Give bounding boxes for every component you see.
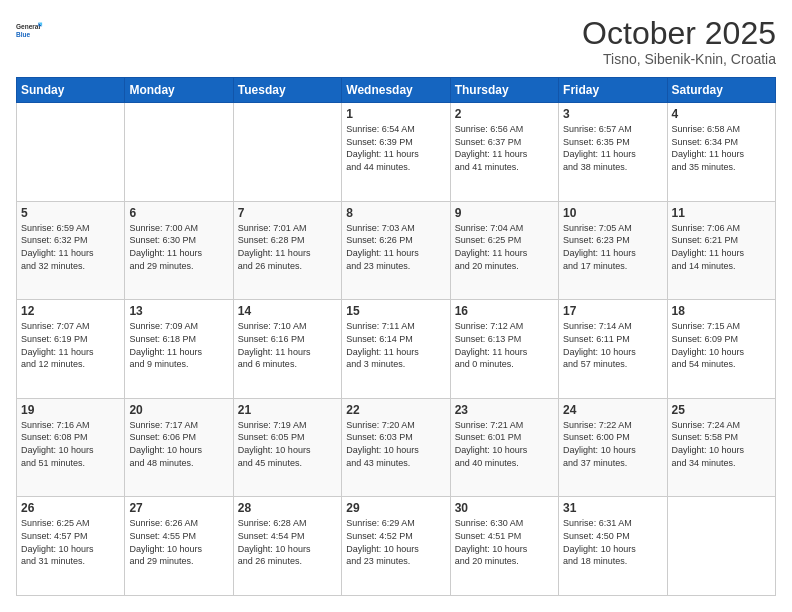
svg-text:General: General bbox=[16, 23, 40, 30]
day-number: 30 bbox=[455, 501, 554, 515]
day-info: Sunrise: 7:10 AM Sunset: 6:16 PM Dayligh… bbox=[238, 320, 337, 370]
col-monday: Monday bbox=[125, 78, 233, 103]
day-number: 10 bbox=[563, 206, 662, 220]
col-saturday: Saturday bbox=[667, 78, 775, 103]
day-number: 9 bbox=[455, 206, 554, 220]
day-number: 24 bbox=[563, 403, 662, 417]
day-number: 27 bbox=[129, 501, 228, 515]
calendar-cell bbox=[233, 103, 341, 202]
day-info: Sunrise: 7:14 AM Sunset: 6:11 PM Dayligh… bbox=[563, 320, 662, 370]
calendar-cell: 1Sunrise: 6:54 AM Sunset: 6:39 PM Daylig… bbox=[342, 103, 450, 202]
calendar-cell: 14Sunrise: 7:10 AM Sunset: 6:16 PM Dayli… bbox=[233, 300, 341, 399]
day-number: 6 bbox=[129, 206, 228, 220]
calendar-cell: 7Sunrise: 7:01 AM Sunset: 6:28 PM Daylig… bbox=[233, 201, 341, 300]
calendar-cell: 27Sunrise: 6:26 AM Sunset: 4:55 PM Dayli… bbox=[125, 497, 233, 596]
calendar-cell: 2Sunrise: 6:56 AM Sunset: 6:37 PM Daylig… bbox=[450, 103, 558, 202]
calendar-cell: 11Sunrise: 7:06 AM Sunset: 6:21 PM Dayli… bbox=[667, 201, 775, 300]
day-number: 22 bbox=[346, 403, 445, 417]
calendar-cell: 5Sunrise: 6:59 AM Sunset: 6:32 PM Daylig… bbox=[17, 201, 125, 300]
day-number: 12 bbox=[21, 304, 120, 318]
day-info: Sunrise: 7:17 AM Sunset: 6:06 PM Dayligh… bbox=[129, 419, 228, 469]
calendar-cell: 4Sunrise: 6:58 AM Sunset: 6:34 PM Daylig… bbox=[667, 103, 775, 202]
day-number: 23 bbox=[455, 403, 554, 417]
svg-text:Blue: Blue bbox=[16, 31, 30, 38]
calendar-header-row: Sunday Monday Tuesday Wednesday Thursday… bbox=[17, 78, 776, 103]
day-info: Sunrise: 6:59 AM Sunset: 6:32 PM Dayligh… bbox=[21, 222, 120, 272]
day-number: 20 bbox=[129, 403, 228, 417]
day-info: Sunrise: 6:58 AM Sunset: 6:34 PM Dayligh… bbox=[672, 123, 771, 173]
calendar-cell: 12Sunrise: 7:07 AM Sunset: 6:19 PM Dayli… bbox=[17, 300, 125, 399]
calendar-cell: 16Sunrise: 7:12 AM Sunset: 6:13 PM Dayli… bbox=[450, 300, 558, 399]
day-number: 15 bbox=[346, 304, 445, 318]
day-info: Sunrise: 7:12 AM Sunset: 6:13 PM Dayligh… bbox=[455, 320, 554, 370]
calendar-cell: 13Sunrise: 7:09 AM Sunset: 6:18 PM Dayli… bbox=[125, 300, 233, 399]
calendar-week-3: 19Sunrise: 7:16 AM Sunset: 6:08 PM Dayli… bbox=[17, 398, 776, 497]
calendar-cell: 29Sunrise: 6:29 AM Sunset: 4:52 PM Dayli… bbox=[342, 497, 450, 596]
col-tuesday: Tuesday bbox=[233, 78, 341, 103]
day-info: Sunrise: 6:30 AM Sunset: 4:51 PM Dayligh… bbox=[455, 517, 554, 567]
calendar-week-4: 26Sunrise: 6:25 AM Sunset: 4:57 PM Dayli… bbox=[17, 497, 776, 596]
day-info: Sunrise: 7:00 AM Sunset: 6:30 PM Dayligh… bbox=[129, 222, 228, 272]
calendar-cell bbox=[17, 103, 125, 202]
calendar-cell: 3Sunrise: 6:57 AM Sunset: 6:35 PM Daylig… bbox=[559, 103, 667, 202]
calendar-cell: 22Sunrise: 7:20 AM Sunset: 6:03 PM Dayli… bbox=[342, 398, 450, 497]
day-info: Sunrise: 7:19 AM Sunset: 6:05 PM Dayligh… bbox=[238, 419, 337, 469]
calendar-cell: 31Sunrise: 6:31 AM Sunset: 4:50 PM Dayli… bbox=[559, 497, 667, 596]
calendar-cell: 15Sunrise: 7:11 AM Sunset: 6:14 PM Dayli… bbox=[342, 300, 450, 399]
day-number: 13 bbox=[129, 304, 228, 318]
day-info: Sunrise: 7:04 AM Sunset: 6:25 PM Dayligh… bbox=[455, 222, 554, 272]
day-number: 1 bbox=[346, 107, 445, 121]
col-wednesday: Wednesday bbox=[342, 78, 450, 103]
title-block: October 2025 Tisno, Sibenik-Knin, Croati… bbox=[582, 16, 776, 67]
day-info: Sunrise: 6:28 AM Sunset: 4:54 PM Dayligh… bbox=[238, 517, 337, 567]
month-title: October 2025 bbox=[582, 16, 776, 51]
col-friday: Friday bbox=[559, 78, 667, 103]
calendar-cell: 21Sunrise: 7:19 AM Sunset: 6:05 PM Dayli… bbox=[233, 398, 341, 497]
day-number: 18 bbox=[672, 304, 771, 318]
calendar-week-0: 1Sunrise: 6:54 AM Sunset: 6:39 PM Daylig… bbox=[17, 103, 776, 202]
calendar-cell: 19Sunrise: 7:16 AM Sunset: 6:08 PM Dayli… bbox=[17, 398, 125, 497]
day-info: Sunrise: 7:03 AM Sunset: 6:26 PM Dayligh… bbox=[346, 222, 445, 272]
calendar-cell: 24Sunrise: 7:22 AM Sunset: 6:00 PM Dayli… bbox=[559, 398, 667, 497]
day-number: 11 bbox=[672, 206, 771, 220]
day-info: Sunrise: 6:29 AM Sunset: 4:52 PM Dayligh… bbox=[346, 517, 445, 567]
day-info: Sunrise: 6:54 AM Sunset: 6:39 PM Dayligh… bbox=[346, 123, 445, 173]
day-number: 28 bbox=[238, 501, 337, 515]
calendar-cell: 20Sunrise: 7:17 AM Sunset: 6:06 PM Dayli… bbox=[125, 398, 233, 497]
col-sunday: Sunday bbox=[17, 78, 125, 103]
calendar-cell: 8Sunrise: 7:03 AM Sunset: 6:26 PM Daylig… bbox=[342, 201, 450, 300]
calendar-cell: 30Sunrise: 6:30 AM Sunset: 4:51 PM Dayli… bbox=[450, 497, 558, 596]
day-number: 3 bbox=[563, 107, 662, 121]
day-info: Sunrise: 7:16 AM Sunset: 6:08 PM Dayligh… bbox=[21, 419, 120, 469]
day-number: 14 bbox=[238, 304, 337, 318]
day-number: 2 bbox=[455, 107, 554, 121]
day-info: Sunrise: 6:56 AM Sunset: 6:37 PM Dayligh… bbox=[455, 123, 554, 173]
logo: GeneralBlue bbox=[16, 16, 44, 44]
day-number: 19 bbox=[21, 403, 120, 417]
logo-icon: GeneralBlue bbox=[16, 16, 44, 44]
calendar-cell: 26Sunrise: 6:25 AM Sunset: 4:57 PM Dayli… bbox=[17, 497, 125, 596]
calendar-cell: 23Sunrise: 7:21 AM Sunset: 6:01 PM Dayli… bbox=[450, 398, 558, 497]
day-info: Sunrise: 6:25 AM Sunset: 4:57 PM Dayligh… bbox=[21, 517, 120, 567]
calendar-cell: 25Sunrise: 7:24 AM Sunset: 5:58 PM Dayli… bbox=[667, 398, 775, 497]
location-title: Tisno, Sibenik-Knin, Croatia bbox=[582, 51, 776, 67]
day-number: 29 bbox=[346, 501, 445, 515]
day-info: Sunrise: 7:01 AM Sunset: 6:28 PM Dayligh… bbox=[238, 222, 337, 272]
day-info: Sunrise: 7:20 AM Sunset: 6:03 PM Dayligh… bbox=[346, 419, 445, 469]
calendar-cell: 28Sunrise: 6:28 AM Sunset: 4:54 PM Dayli… bbox=[233, 497, 341, 596]
calendar-cell bbox=[125, 103, 233, 202]
day-info: Sunrise: 7:05 AM Sunset: 6:23 PM Dayligh… bbox=[563, 222, 662, 272]
day-info: Sunrise: 7:07 AM Sunset: 6:19 PM Dayligh… bbox=[21, 320, 120, 370]
day-info: Sunrise: 7:24 AM Sunset: 5:58 PM Dayligh… bbox=[672, 419, 771, 469]
day-number: 17 bbox=[563, 304, 662, 318]
day-number: 25 bbox=[672, 403, 771, 417]
day-info: Sunrise: 7:21 AM Sunset: 6:01 PM Dayligh… bbox=[455, 419, 554, 469]
calendar-week-2: 12Sunrise: 7:07 AM Sunset: 6:19 PM Dayli… bbox=[17, 300, 776, 399]
day-info: Sunrise: 7:15 AM Sunset: 6:09 PM Dayligh… bbox=[672, 320, 771, 370]
day-number: 31 bbox=[563, 501, 662, 515]
day-number: 21 bbox=[238, 403, 337, 417]
day-info: Sunrise: 7:06 AM Sunset: 6:21 PM Dayligh… bbox=[672, 222, 771, 272]
day-info: Sunrise: 7:22 AM Sunset: 6:00 PM Dayligh… bbox=[563, 419, 662, 469]
header: GeneralBlue October 2025 Tisno, Sibenik-… bbox=[16, 16, 776, 67]
calendar-week-1: 5Sunrise: 6:59 AM Sunset: 6:32 PM Daylig… bbox=[17, 201, 776, 300]
